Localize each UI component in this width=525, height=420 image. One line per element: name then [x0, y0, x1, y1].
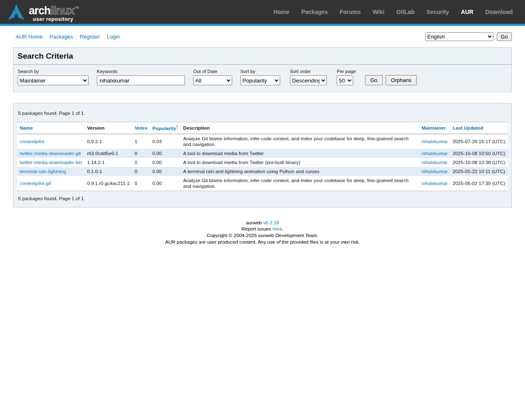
- nav-home[interactable]: Home: [274, 9, 290, 15]
- nav-security[interactable]: Security: [427, 9, 449, 15]
- arch-logo-icon: [8, 4, 25, 22]
- nav-download[interactable]: Download: [485, 9, 513, 15]
- sort-by-last-updated-link[interactable]: Last Updated: [452, 125, 483, 131]
- link-packages[interactable]: Packages: [50, 34, 73, 40]
- package-version: 0.9.1.r0.gc4ac211-1: [84, 176, 132, 191]
- sort-order-label: Sort order: [290, 69, 327, 74]
- report-issues-label: Report issues: [242, 226, 271, 232]
- package-last-updated: 2025-05-22 10:11 (UTC): [450, 167, 508, 176]
- table-row: contextpilot 0.9.2-1 1 0.03 Analyze Git …: [17, 134, 508, 149]
- column-header-votes: Votes: [132, 122, 150, 134]
- package-link[interactable]: terminal-rain-lightning: [20, 169, 66, 174]
- sort-by-popularity-link[interactable]: Popularity: [152, 126, 176, 131]
- nav-forums[interactable]: Forums: [340, 9, 361, 15]
- package-last-updated: 2025-07-29 15:17 (UTC): [450, 134, 508, 149]
- maintainer-link[interactable]: nihalxkumar: [422, 169, 448, 174]
- column-header-maintainer: Maintainer: [419, 122, 450, 134]
- nav-aur[interactable]: AUR: [461, 9, 473, 15]
- results-summary-top: 5 packages found. Page 1 of 1.: [17, 107, 508, 122]
- package-description: Analyze Git blame information, infer cod…: [180, 176, 419, 191]
- brand-trademark: TM: [74, 6, 79, 9]
- package-link[interactable]: contextpilot-git: [20, 180, 51, 186]
- per-page-label: Per page: [337, 69, 356, 74]
- package-popularity: 0.00: [150, 158, 180, 167]
- package-votes: 1: [132, 134, 150, 149]
- package-votes: 0: [132, 158, 150, 167]
- aur-links: AUR Home Packages Register Login: [13, 34, 120, 40]
- package-popularity: 0.03: [150, 134, 180, 149]
- package-votes: 0: [132, 176, 150, 191]
- package-last-updated: 2025-06-02 17:35 (UTC): [450, 176, 508, 191]
- package-link[interactable]: twitter-media-downloader-bin: [20, 160, 82, 165]
- package-link[interactable]: twitter-media-downloader-git: [20, 151, 81, 156]
- link-login[interactable]: Login: [107, 34, 120, 40]
- column-header-last-updated: Last Updated: [450, 122, 508, 134]
- keywords-input[interactable]: [97, 75, 185, 85]
- brand-linux: linux: [50, 5, 74, 17]
- package-description: A tool to download media from Twitter: [180, 149, 419, 158]
- language-form: English Go: [425, 32, 512, 41]
- brand-text: archlinuxTM user repository: [29, 2, 79, 22]
- table-row: contextpilot-git 0.9.1.r0.gc4ac211-1 0 0…: [17, 176, 508, 191]
- link-aur-home[interactable]: AUR Home: [16, 34, 43, 40]
- main-nav: Home Packages Forums Wiki GitLab Securit…: [274, 9, 513, 15]
- footer-disclaimer: AUR packages are user produced content. …: [0, 239, 525, 246]
- maintainer-link[interactable]: nihalxkumar: [422, 139, 448, 144]
- popularity-help-icon[interactable]: ?: [176, 125, 178, 129]
- report-issues-period: .: [282, 226, 283, 232]
- package-version: 0.1.0-1: [84, 167, 132, 176]
- nav-wiki[interactable]: Wiki: [373, 9, 385, 15]
- orphans-button[interactable]: Orphans: [386, 75, 417, 85]
- search-form: Search by Maintainer Keywords Out of Dat…: [14, 65, 511, 92]
- package-popularity: 0.00: [150, 167, 180, 176]
- brand-arch: arch: [29, 5, 50, 17]
- field-sort-by: Sort by Popularity: [240, 69, 280, 85]
- sort-order-select[interactable]: Descending: [290, 75, 327, 85]
- packages-table: Name Version Votes Popularity? Descripti…: [17, 122, 508, 191]
- sub-nav-row: AUR Home Packages Register Login English…: [13, 32, 512, 41]
- sort-by-votes-link[interactable]: Votes: [135, 125, 147, 131]
- field-keywords: Keywords: [97, 69, 185, 85]
- maintainer-link[interactable]: nihalxkumar: [422, 151, 448, 156]
- package-version: 1.14.2-1: [84, 158, 132, 167]
- link-register[interactable]: Register: [80, 34, 100, 40]
- report-issues-link[interactable]: here: [272, 226, 282, 232]
- table-row: terminal-rain-lightning 0.1.0-1 0 0.00 A…: [17, 167, 508, 176]
- search-go-button[interactable]: Go: [365, 75, 383, 85]
- archlinux-logo[interactable]: archlinuxTM user repository: [8, 2, 79, 22]
- package-results-box: 5 packages found. Page 1 of 1. Name Vers…: [13, 103, 512, 208]
- search-by-select[interactable]: Maintainer: [18, 75, 89, 85]
- column-header-description: Description: [180, 122, 419, 134]
- per-page-select[interactable]: 50: [337, 75, 353, 85]
- maintainer-link[interactable]: nihalxkumar: [422, 180, 448, 186]
- package-version: 0.9.2-1: [84, 134, 132, 149]
- results-summary-bottom: 5 packages found. Page 1 of 1.: [17, 191, 508, 203]
- table-row: twitter-media-downloader-bin 1.14.2-1 0 …: [17, 158, 508, 167]
- sort-by-maintainer-link[interactable]: Maintainer: [422, 125, 446, 131]
- package-votes: 0: [132, 167, 150, 176]
- package-popularity: 0.00: [150, 176, 180, 191]
- sort-by-name-link[interactable]: Name: [20, 125, 33, 131]
- field-out-of-date: Out of Date All: [193, 69, 232, 85]
- language-go-button[interactable]: Go: [497, 32, 512, 41]
- nav-gitlab[interactable]: GitLab: [396, 9, 414, 15]
- search-by-label: Search by: [18, 69, 89, 74]
- maintainer-link[interactable]: nihalxkumar: [422, 160, 448, 165]
- page-footer: aurweb v6.2.18 Report issues here. Copyr…: [0, 220, 525, 258]
- package-link[interactable]: contextpilot: [20, 139, 44, 144]
- aurweb-version-link[interactable]: v6.2.18: [263, 220, 279, 226]
- aurweb-label: aurweb: [246, 220, 262, 226]
- sort-by-select[interactable]: Popularity: [240, 75, 280, 85]
- keywords-label: Keywords: [97, 69, 185, 74]
- language-select[interactable]: English: [425, 32, 493, 41]
- table-header-row: Name Version Votes Popularity? Descripti…: [17, 122, 508, 134]
- sort-by-label: Sort by: [240, 69, 280, 74]
- table-row: twitter-media-downloader-git r63.0cdd5e6…: [17, 149, 508, 158]
- nav-packages[interactable]: Packages: [301, 9, 328, 15]
- field-sort-order: Sort order Descending: [290, 69, 327, 85]
- package-last-updated: 2025-10-08 10:38 (UTC): [450, 158, 508, 167]
- out-of-date-select[interactable]: All: [193, 75, 232, 85]
- brand-subtitle: user repository: [29, 17, 79, 22]
- package-last-updated: 2025-10-08 10:50 (UTC): [450, 149, 508, 158]
- search-criteria-title: Search Criteria: [14, 48, 511, 65]
